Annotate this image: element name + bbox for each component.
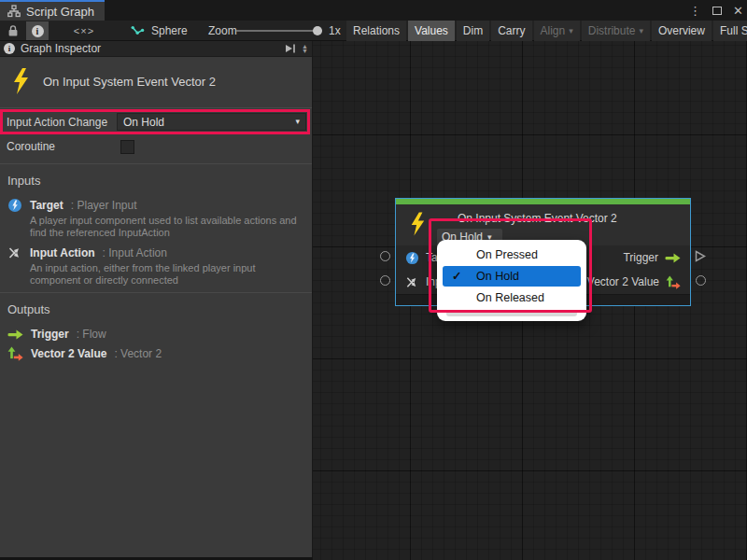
tab-script-graph[interactable]: Script Graph (0, 0, 105, 21)
zoom-slider[interactable] (236, 21, 322, 41)
graph-inspector-panel: i Graph Inspector ▲▼ On Input System Eve… (0, 41, 313, 557)
output-pin-trigger: Trigger : Flow (0, 324, 312, 343)
zoom-slider-track (236, 30, 322, 32)
check-icon: ✓ (452, 266, 461, 287)
menu-item-on-hold[interactable]: ✓ On Hold (443, 266, 581, 287)
dim-button[interactable]: Dim (457, 21, 489, 41)
overflow-menu-icon[interactable]: ⋮ (689, 5, 701, 17)
zoom-value: 1x (329, 24, 341, 37)
graph-owner-label: Sphere (151, 24, 188, 37)
code-view-button[interactable]: <×> (65, 21, 103, 40)
menu-item-on-pressed[interactable]: On Pressed (437, 245, 586, 265)
vector2-icon (7, 346, 23, 361)
graph-inspector-header: i Graph Inspector ▲▼ (0, 41, 312, 57)
input-action-change-row-highlighted: Input Action Change On Hold ▾ (0, 109, 310, 134)
outputs-section-title: Outputs (0, 293, 312, 324)
distribute-button[interactable]: Distribute ▾ (582, 21, 650, 41)
toolbar-toggles: Relations Values Dim Carry Align ▾ Distr… (346, 21, 747, 41)
script-graph-icon (7, 5, 21, 18)
chevron-down-icon: ▾ (639, 27, 643, 35)
info-icon: i (32, 25, 44, 37)
info-icon: i (4, 43, 15, 54)
chevron-down-icon: ▾ (295, 118, 300, 126)
output-port-vector2-socket[interactable] (696, 275, 706, 286)
input-pin-target-description: A player input component used to list av… (30, 215, 304, 239)
node-port-vector2-label: Vector 2 Value (587, 275, 659, 288)
menu-partial-item (446, 311, 577, 316)
tab-label: Script Graph (26, 5, 94, 19)
values-button[interactable]: Values (408, 21, 455, 41)
inspected-node-title: On Input System Event Vector 2 (43, 75, 216, 89)
graph-pointer-icon (131, 25, 145, 37)
close-icon[interactable]: ✕ (733, 5, 743, 17)
input-action-change-label: Input Action Change (3, 116, 117, 129)
overview-button[interactable]: Overview (652, 21, 712, 41)
relations-button[interactable]: Relations (346, 21, 406, 41)
carry-button[interactable]: Carry (491, 21, 531, 41)
chevron-down-icon: ▾ (569, 27, 573, 35)
graph-owner-selector[interactable]: Sphere (131, 21, 188, 41)
flow-arrow-icon (7, 329, 23, 340)
coroutine-checkbox[interactable] (120, 140, 134, 154)
event-bolt-icon (11, 68, 30, 94)
inputs-section-title: Inputs (0, 164, 312, 195)
inspected-node-title-block: On Input System Event Vector 2 (0, 57, 312, 107)
input-action-icon (405, 275, 419, 289)
input-pin-input-action: Input Action : Input Action (0, 243, 312, 261)
node-title: On Input System Event Vector 2 (458, 212, 617, 225)
output-pin-vector2-value: Vector 2 Value : Vector 2 (0, 343, 312, 363)
align-button[interactable]: Align ▾ (534, 21, 580, 41)
input-action-change-value: On Hold (123, 116, 164, 129)
input-pin-input-action-description: An input action, either from the linked … (30, 262, 304, 287)
panel-scrubber-icon[interactable]: ▲▼ (302, 44, 308, 53)
input-action-change-dropdown[interactable]: On Hold ▾ (117, 113, 306, 131)
input-action-icon (7, 245, 22, 260)
coroutine-row: Coroutine (0, 134, 312, 159)
graph-inspector-title: Graph Inspector (21, 42, 101, 55)
player-input-icon (7, 198, 22, 213)
inspector-toggle-button[interactable]: i (26, 21, 49, 40)
zoom-slider-knob[interactable] (313, 26, 322, 35)
maximize-icon[interactable] (712, 7, 722, 15)
vector2-icon (666, 275, 681, 289)
input-port-input-action-socket[interactable] (380, 275, 390, 286)
dock-panel-icon[interactable] (285, 44, 296, 53)
output-port-trigger-socket[interactable] (695, 250, 706, 262)
unity-visual-scripting-window: Script Graph ⋮ ✕ i <×> (0, 0, 747, 560)
flow-arrow-icon (665, 253, 681, 263)
window-controls: ⋮ ✕ (689, 0, 743, 21)
menu-item-on-released[interactable]: On Released (437, 287, 586, 308)
full-screen-button[interactable]: Full Screen (713, 21, 747, 41)
zoom-label: Zoom (208, 24, 237, 37)
code-icon: <×> (74, 25, 94, 36)
input-port-target-socket[interactable] (380, 251, 390, 261)
node-port-trigger-label: Trigger (623, 251, 658, 264)
graph-toolbar: i <×> Sphere Zoom 1x Relations Values Di… (0, 21, 747, 41)
tab-bar: Script Graph ⋮ ✕ (0, 0, 747, 21)
on-hold-dropdown-menu: On Pressed ✓ On Hold On Released (437, 240, 586, 321)
input-pin-target: Target : Player Input (0, 195, 312, 214)
lock-icon (7, 24, 19, 37)
lock-button[interactable] (2, 21, 24, 40)
event-bolt-icon (409, 212, 426, 236)
coroutine-label: Coroutine (7, 140, 120, 153)
player-input-icon (405, 251, 419, 265)
